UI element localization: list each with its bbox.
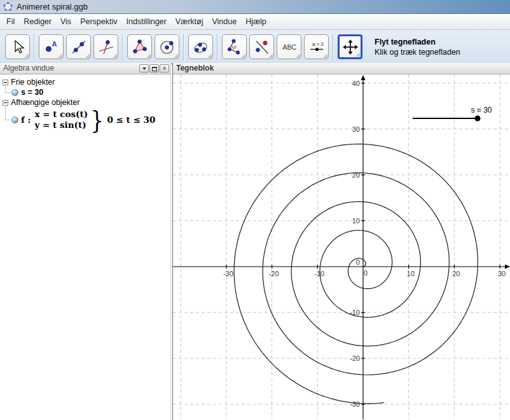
y-axis-zero-label: 0: [356, 258, 360, 266]
svg-text:a = 2: a = 2: [312, 41, 324, 46]
x-axis-arrow-icon: [505, 265, 510, 269]
conic-tool-button[interactable]: [188, 34, 213, 59]
object-s-value: s = 30: [21, 88, 43, 97]
brace-glyph: }: [91, 108, 104, 131]
close-icon: ×: [163, 66, 167, 72]
object-f-name: f :: [21, 115, 31, 125]
y-axis-tick-label: 10: [352, 217, 360, 225]
toolbar-separator: [333, 34, 334, 60]
y-axis-tick-label: 30: [352, 125, 360, 133]
y-axis-tick-label: 20: [352, 171, 360, 179]
detach-window-icon: [152, 66, 157, 71]
x-axis-tick-label: -30: [223, 270, 233, 277]
y-axis-tick-label: 40: [352, 80, 360, 87]
y-axis-arrow-icon: [361, 75, 365, 80]
title-bar[interactable]: Animeret spiral.ggb: [0, 0, 510, 14]
x-axis-tick-label: -20: [269, 270, 279, 277]
text-tool-button[interactable]: ABC: [277, 34, 301, 59]
x-axis-tick-label: 30: [498, 270, 506, 277]
svg-text:ABC: ABC: [282, 43, 296, 51]
window-title: Animeret spiral.ggb: [17, 2, 88, 11]
active-tool-name: Flyt tegnefladen: [375, 37, 460, 47]
menu-indstillinger[interactable]: Indstillinger: [122, 16, 170, 27]
svg-text:α: α: [233, 43, 237, 49]
chevron-down-icon: [142, 67, 146, 70]
algebra-panel-title: Algebra vindue: [3, 64, 54, 73]
menu-vindue[interactable]: Vindue: [208, 16, 240, 27]
y-axis-tick-label: -30: [350, 400, 360, 408]
f-equation-x: x = t cos(t): [35, 109, 88, 120]
toolbar-separator: [122, 34, 123, 60]
algebra-panel-header: Algebra vindue ×: [0, 63, 170, 74]
y-axis-tick-label: -10: [350, 309, 360, 316]
free-objects-label: Frie objekter: [11, 78, 55, 87]
object-f-equations: x = t cos(t) y = t sin(t): [35, 109, 88, 130]
slider-handle[interactable]: [475, 116, 481, 122]
object-f-row[interactable]: f : x = t cos(t) y = t sin(t) } 0 ≤ t ≤ …: [0, 108, 170, 132]
menu-vaerktoj[interactable]: Værktøj: [172, 16, 207, 27]
graphics-panel-title: Tegneblok: [176, 64, 214, 73]
graphics-panel-header: Tegneblok: [173, 63, 510, 74]
slider-value-label: s = 30: [471, 106, 492, 115]
menu-vis[interactable]: Vis: [57, 16, 75, 27]
algebra-tree: Frie objekter s = 30 Afhængige objekter …: [0, 74, 170, 132]
toolbar-separator: [34, 34, 35, 60]
geogebra-window: Animeret spiral.ggb Fil Rediger Vis Pers…: [0, 0, 510, 420]
special-line-tool-button[interactable]: [93, 34, 118, 59]
collapse-minus-icon[interactable]: [3, 100, 8, 106]
menu-perspektiv[interactable]: Perspektiv: [76, 16, 121, 27]
main-area: Algebra vindue × Frie objekter: [0, 63, 510, 420]
menu-fil[interactable]: Fil: [3, 16, 18, 27]
menu-rediger[interactable]: Rediger: [20, 16, 55, 27]
angle-tool-button[interactable]: α: [222, 34, 247, 59]
algebra-panel: Algebra vindue × Frie objekter: [0, 63, 171, 420]
graphics-panel: Tegneblok -30-20-100102030403020100-10-2…: [172, 63, 510, 420]
f-domain-condition: 0 ≤ t ≤ 30: [107, 115, 155, 125]
dependent-objects-label: Afhængige objekter: [11, 98, 79, 107]
polygon-tool-button[interactable]: [127, 34, 152, 59]
menu-hjaelp[interactable]: Hjælp: [242, 16, 270, 27]
free-objects-group[interactable]: Frie objekter: [0, 77, 170, 87]
panel-detach-button[interactable]: [149, 64, 159, 73]
circle-tool-button[interactable]: [155, 34, 179, 59]
toolbar-separator: [183, 34, 184, 60]
drawing-pad-canvas[interactable]: -30-20-100102030403020100-10-20-30s = 30: [173, 74, 510, 419]
toolbar: A: [0, 30, 510, 64]
active-tool-help: Flyt tegnefladen Klik og træk tegneflade…: [375, 37, 460, 57]
x-axis-tick-label: 20: [452, 270, 460, 277]
y-axis-tick-label: -20: [350, 354, 360, 362]
x-axis-tick-label: 10: [407, 270, 415, 277]
x-axis-zero-label: 0: [364, 269, 368, 277]
menu-bar: Fil Rediger Vis Perspektiv Indstillinger…: [0, 14, 510, 30]
new-point-tool-button[interactable]: A: [39, 34, 64, 59]
active-tool-hint: Klik og træk tegnefladen: [375, 47, 460, 57]
x-axis-tick-label: -10: [314, 270, 324, 277]
move-drawing-pad-tool-button[interactable]: [338, 34, 362, 59]
move-tool-button[interactable]: [5, 34, 30, 59]
line-tool-button[interactable]: [66, 34, 91, 59]
slider-tool-button[interactable]: a = 2: [304, 34, 329, 59]
geogebra-logo-icon: [3, 2, 13, 11]
mirror-tool-button[interactable]: [249, 34, 274, 59]
object-visibility-marble-icon[interactable]: [11, 116, 18, 123]
f-equation-y: y = t sin(t): [35, 120, 88, 130]
object-visibility-marble-icon[interactable]: [11, 89, 18, 96]
panel-dropdown-button[interactable]: [139, 64, 149, 73]
toolbar-separator: [217, 34, 218, 60]
dependent-objects-group[interactable]: Afhængige objekter: [0, 97, 170, 108]
collapse-minus-icon[interactable]: [3, 80, 8, 85]
object-s-row[interactable]: s = 30: [0, 87, 170, 97]
panel-close-button[interactable]: ×: [160, 64, 169, 73]
svg-text:A: A: [52, 40, 57, 48]
